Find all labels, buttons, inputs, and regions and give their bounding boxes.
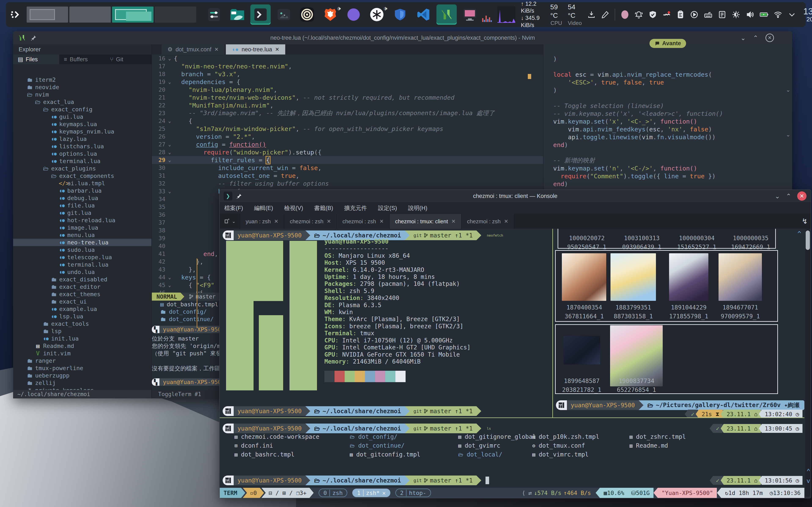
tree-item[interactable]: ◖●sudo.lua	[13, 246, 151, 253]
tmux-window-2[interactable]: 2htop-	[395, 489, 431, 497]
tree-item[interactable]: ◖●gui.lua	[13, 113, 151, 120]
tree-item[interactable]: 🖿ueberzugpp	[13, 372, 151, 379]
ls-file-item[interactable]: 🗁dot_continue/	[350, 442, 405, 449]
code-line[interactable]: 24⌄ {	[152, 117, 543, 125]
desktop-1[interactable]	[27, 7, 68, 22]
close-icon[interactable]: ✕	[327, 218, 331, 224]
brave-browser-icon[interactable]: 🕩	[320, 4, 341, 25]
updates-download-icon[interactable]	[587, 10, 596, 19]
brightness-icon[interactable]	[732, 10, 740, 19]
tasks-list-icon[interactable]	[718, 10, 726, 19]
tree-item[interactable]: 🖿exact_ui	[13, 298, 151, 305]
menu-item[interactable]: 編輯(E)	[254, 204, 273, 212]
ls-file-item[interactable]: ▤dot_gitconfig.tmpl	[350, 451, 420, 458]
media-player-icon[interactable]	[690, 10, 699, 19]
fold-icon[interactable]: ⌄	[165, 282, 174, 288]
screenshot-app-icon[interactable]	[460, 4, 480, 25]
konsole-terminal-icon[interactable]	[250, 4, 271, 25]
code-line[interactable]: 31 autoselect_one = true,	[152, 172, 543, 180]
ls-file-item[interactable]: ▤dot_bashrc.tmpl	[235, 451, 294, 458]
ls-file-item[interactable]: ▤chezmoi.code-workspace	[235, 433, 319, 440]
tree-item[interactable]: 🗁exact_components	[13, 172, 151, 180]
tree-item[interactable]: ◖●image.lua	[13, 224, 151, 231]
tree-item[interactable]: 🗁exact_lua	[13, 98, 151, 106]
fold-icon[interactable]: ⌄	[165, 150, 174, 155]
tree-item[interactable]: ◖●neo-tree.lua	[13, 239, 151, 246]
menu-item[interactable]: 說明(H)	[408, 204, 427, 212]
recorder-indicator-icon[interactable]	[662, 10, 671, 19]
code-line[interactable]: 32 -- filter using buffer options	[152, 180, 543, 187]
tree-item[interactable]: ◖●listchars.lua	[13, 143, 151, 150]
fold-marker-icon[interactable]: ⌄	[786, 87, 791, 93]
close-icon[interactable]: ✕	[379, 218, 384, 224]
avante-badge[interactable]: Avante	[649, 39, 686, 48]
tree-item[interactable]: *private_konsolerc	[13, 387, 151, 390]
menu-item[interactable]: 檔案(F)	[224, 204, 243, 212]
image-viewer-icon[interactable]	[273, 4, 294, 25]
close-icon[interactable]: ✕	[382, 490, 386, 496]
fold-icon[interactable]: ⌄	[165, 56, 174, 61]
fold-icon[interactable]: ⌄	[165, 157, 174, 163]
close-icon[interactable]: ✕	[504, 218, 508, 224]
battery-icon[interactable]	[760, 10, 768, 19]
tmux-pane-gallery[interactable]: 1000020072 950250547_11003100313 0939064…	[553, 229, 804, 417]
code-line[interactable]: 25 "s1n7ax/nvim-window-picker", -- for o…	[152, 125, 543, 133]
code-line[interactable]: 18 branch = "v3.x",	[152, 70, 543, 78]
close-icon[interactable]: ✕	[451, 218, 456, 224]
scroll-down-indicator[interactable]: v	[807, 477, 810, 485]
code-line[interactable]: 30 include_current_win = false,	[152, 164, 543, 172]
thumbnail-image[interactable]	[669, 253, 708, 301]
code-line[interactable]: 21 "nvim-tree/nvim-web-devicons", -- not…	[152, 94, 543, 101]
tmux-window-0[interactable]: 0zsh	[319, 489, 347, 497]
wifi-icon[interactable]	[774, 10, 782, 19]
security-shield-icon[interactable]	[649, 10, 657, 19]
clipboard-icon[interactable]	[676, 10, 684, 19]
settings-app-icon[interactable]	[204, 4, 224, 25]
tree-item[interactable]: 🗁nvim	[13, 91, 151, 98]
ls-file-item[interactable]: ⊞dconf.ini	[235, 442, 273, 449]
fold-icon[interactable]: ⌄	[165, 189, 174, 194]
menu-item[interactable]: 書籤(B)	[314, 204, 333, 212]
network-history-graph[interactable]	[497, 6, 515, 23]
dolphin-file-manager-icon[interactable]	[227, 4, 247, 25]
desktop-3-active[interactable]	[112, 7, 154, 22]
tree-item[interactable]: ◖●lsp.lua	[13, 313, 151, 320]
code-line[interactable]: 27⌄ config = function()	[152, 140, 543, 148]
thumbnail-image[interactable]	[718, 253, 762, 301]
tree-item[interactable]: ◖●debug.lua	[13, 194, 151, 202]
ls-file-item[interactable]: ⚙dot_tmux.conf	[532, 442, 585, 449]
explorer-tab-buffers[interactable]: ≡Buffers	[59, 55, 105, 64]
tree-item[interactable]: ◖●terminal.lua	[13, 261, 151, 268]
menu-item[interactable]: 檢視(V)	[284, 204, 303, 212]
konsole-tab[interactable]: chezmoi : zsh✕	[462, 214, 514, 229]
tree-item[interactable]: ◖●lazy.lua	[13, 135, 151, 143]
tree-item[interactable]: 🗁exact_plugins	[13, 165, 151, 172]
konsole-tab[interactable]: chezmoi : tmux: client✕	[390, 214, 462, 229]
chatgpt-app-icon[interactable]: 🕩	[367, 4, 387, 25]
tree-item[interactable]: 🖿exact_themes	[13, 290, 151, 298]
tree-item[interactable]: ◖●options.lua	[13, 150, 151, 157]
notifications-bell-icon[interactable]	[635, 10, 643, 19]
stylus-icon[interactable]	[601, 10, 609, 19]
code-line[interactable]: 19⌄ dependencies = {	[152, 78, 543, 86]
code-line[interactable]: 28⌄ require("window-picker").setup({	[152, 148, 543, 156]
tree-item[interactable]: ◖●example.lua	[13, 305, 151, 313]
tree-item[interactable]: 🖿iterm2	[13, 76, 151, 83]
thumbnail-image[interactable]	[564, 336, 600, 364]
tree-item[interactable]: 🖿tmux-powerline	[13, 364, 151, 372]
keyboard-icon[interactable]	[704, 10, 712, 19]
tree-item[interactable]: 🖿zellij	[13, 379, 151, 387]
konsole-maximize-button[interactable]: ⌃	[786, 192, 791, 200]
messenger-app-icon[interactable]	[343, 4, 364, 25]
tree-item[interactable]: </>ai.lua.tmpl	[13, 180, 151, 187]
ls-file-item[interactable]: ▥Readme.md	[629, 442, 668, 449]
konsole-tab[interactable]: chezmoi : zsh✕	[284, 214, 337, 229]
ls-file-item[interactable]: ▤dot_gitignore_global	[458, 433, 536, 440]
tree-item[interactable]: ◖●hot-reload.lua	[13, 217, 151, 224]
ls-file-item[interactable]: ▤dot_zshrc.tmpl	[629, 433, 686, 440]
konsole-titlebar[interactable]: ❯ chezmoi : tmux: client — Konsole ⌄ ⌃ ✕	[220, 190, 811, 202]
tree-item[interactable]: 🗁exact_config	[13, 106, 151, 113]
net-speed-text[interactable]: ↑ 12.2 KiB/s ↓ 345.9 KiB/s	[521, 0, 545, 29]
konsole-scrollbar[interactable]	[805, 230, 810, 497]
close-icon[interactable]: ✕	[275, 47, 280, 52]
